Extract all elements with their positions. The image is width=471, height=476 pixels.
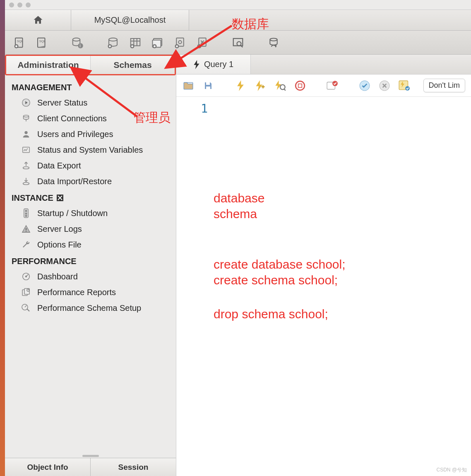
watermark: CSDN @兮知 (436, 466, 467, 474)
svg-rect-47 (298, 84, 302, 87)
line-gutter: 1 (176, 97, 214, 476)
connections-icon (21, 113, 31, 124)
item-label: Data Export (37, 161, 81, 171)
import-icon (21, 176, 31, 187)
minimize-dot-icon[interactable] (17, 2, 22, 7)
svg-point-25 (24, 131, 27, 134)
group-performance: PERFORMANCE (12, 257, 169, 266)
item-label: Users and Privileges (37, 130, 113, 139)
svg-rect-34 (26, 228, 26, 230)
item-label: Dashboard (37, 272, 78, 281)
server-info-icon[interactable]: i (70, 36, 84, 50)
tab-administration[interactable]: Administration (6, 56, 91, 74)
item-performance-reports[interactable]: Performance Reports (10, 284, 171, 300)
svg-rect-43 (206, 82, 210, 85)
svg-point-16 (178, 41, 182, 44)
item-label: Startup / Shutdown (37, 209, 108, 218)
toggle-limit-icon[interactable] (398, 79, 411, 92)
close-dot-icon[interactable] (9, 2, 14, 7)
tab-schemas-label: Schemas (113, 60, 151, 70)
rollback-icon[interactable] (378, 79, 391, 92)
item-performance-schema-setup[interactable]: Performance Schema Setup (10, 300, 171, 316)
group-management-label: MANAGEMENT (12, 83, 72, 92)
open-sql-file-icon[interactable]: SQL (35, 36, 49, 50)
item-options-file[interactable]: Options File (10, 237, 171, 252)
wrench-icon (21, 239, 31, 250)
open-file-icon[interactable] (182, 79, 195, 92)
svg-rect-26 (23, 147, 30, 153)
play-circle-icon (21, 97, 31, 108)
svg-rect-35 (26, 231, 26, 232)
item-status-variables[interactable]: Status and System Variables (10, 142, 171, 158)
tab-object-info-label: Object Info (27, 463, 68, 472)
stop-icon[interactable] (294, 79, 306, 92)
svg-point-37 (26, 276, 27, 277)
save-icon[interactable] (202, 79, 214, 92)
svg-point-22 (270, 38, 277, 41)
item-startup-shutdown[interactable]: Startup / Shutdown (10, 205, 171, 221)
sidebar: Administration Schemas MANAGEMENT Server… (5, 55, 176, 476)
gauge-wrench-icon (21, 303, 31, 313)
svg-point-24 (24, 115, 29, 117)
editor-tabbar: Query 1 (176, 55, 471, 75)
svg-point-32 (25, 213, 27, 215)
bolt-icon (193, 60, 200, 69)
item-data-import[interactable]: Data Import/Restore (10, 173, 171, 189)
app-window: MySQL@Localhost SQL SQL i Administration… (5, 0, 471, 476)
connection-tab[interactable]: MySQL@Localhost (71, 10, 189, 30)
item-server-logs[interactable]: Server Logs (10, 221, 171, 237)
tab-session[interactable]: Session (91, 458, 176, 476)
home-tab[interactable] (5, 10, 71, 30)
item-data-export[interactable]: Data Export (10, 158, 171, 173)
sidebar-bottom-tabs: Object Info Session (5, 458, 176, 476)
svg-point-27 (23, 167, 29, 169)
tab-object-info[interactable]: Object Info (5, 458, 91, 476)
toggle-autocommit-icon[interactable] (326, 79, 339, 92)
home-icon (32, 14, 44, 26)
limit-rows-label: Don't Lim (429, 81, 460, 89)
svg-rect-44 (206, 87, 210, 89)
item-label: Server Logs (37, 224, 82, 234)
explain-icon[interactable] (274, 79, 286, 92)
line-number: 1 (201, 102, 208, 115)
add-table-icon[interactable] (128, 36, 142, 50)
item-label: Performance Reports (37, 288, 116, 297)
code-editor[interactable]: 1 (176, 97, 471, 476)
add-procedure-icon[interactable] (173, 36, 187, 50)
add-function-icon[interactable] (195, 36, 209, 50)
svg-point-33 (25, 215, 27, 217)
svg-text:SQL: SQL (17, 39, 23, 43)
os-left-strip (0, 0, 5, 476)
query-tab-label: Query 1 (204, 60, 233, 69)
limit-rows-dropdown[interactable]: Don't Lim (423, 79, 465, 92)
svg-point-21 (237, 41, 241, 46)
add-schema-icon[interactable] (106, 36, 120, 50)
execute-current-icon[interactable] (254, 79, 267, 92)
gauge-icon (21, 271, 31, 282)
group-management: MANAGEMENT (12, 83, 169, 92)
item-client-connections[interactable]: Client Connections (10, 111, 171, 126)
main-tab-bar: MySQL@Localhost (5, 10, 471, 31)
item-label: Server Status (37, 98, 87, 108)
execute-icon[interactable] (234, 79, 247, 92)
svg-point-8 (109, 38, 117, 41)
export-icon (21, 160, 31, 171)
commit-icon[interactable] (358, 79, 371, 92)
reconnect-icon[interactable] (267, 36, 281, 50)
item-server-status[interactable]: Server Status (10, 95, 171, 111)
add-view-icon[interactable] (151, 36, 165, 50)
item-dashboard[interactable]: Dashboard (10, 269, 171, 284)
query-tab[interactable]: Query 1 (176, 55, 251, 74)
search-table-icon[interactable] (231, 36, 245, 50)
new-sql-tab-icon[interactable]: SQL (12, 36, 26, 50)
editor-panel: Query 1 Don't Lim 1 (176, 55, 471, 476)
item-label: Status and System Variables (37, 145, 143, 155)
tab-schemas[interactable]: Schemas (91, 56, 175, 74)
item-label: Data Import/Restore (37, 177, 112, 186)
item-users-privileges[interactable]: Users and Privileges (10, 126, 171, 142)
group-instance: INSTANCE (12, 193, 169, 203)
zoom-dot-icon[interactable] (26, 2, 31, 7)
main-toolbar: SQL SQL i (5, 31, 471, 55)
warning-icon (21, 224, 31, 234)
sidebar-splitter[interactable] (5, 454, 176, 458)
